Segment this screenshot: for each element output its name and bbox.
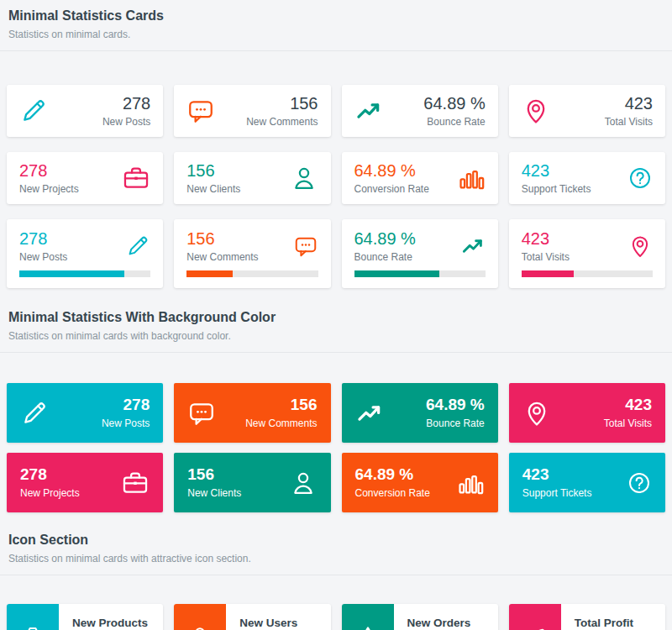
money-icon — [522, 624, 548, 630]
icon-stat-card-new-products: New Products 28 — [7, 604, 163, 630]
icon-stat-card-total-profit: Total Profit 5.6 M — [509, 604, 665, 630]
stat-text: 64.89 % Conversion Rate — [355, 466, 430, 499]
pencil-icon — [125, 234, 150, 259]
basket-icon-tile — [342, 604, 394, 630]
progress-track — [522, 270, 653, 277]
stat-label: New Clients — [187, 487, 241, 499]
stat-value: 278 — [102, 396, 150, 414]
stat-text: 278 New Posts — [102, 94, 150, 128]
stat-card-new-clients: 156 New Clients — [174, 152, 330, 204]
stat-label: Support Tickets — [522, 487, 592, 499]
camera-icon-tile — [7, 604, 59, 630]
stat-text: 64.89 % Bounce Rate — [426, 396, 485, 429]
person-icon — [290, 164, 318, 192]
progress-fill — [522, 270, 575, 277]
dashboard-content: Minimal Statistics Cards Statistics on m… — [0, 8, 672, 630]
stat-text: New Orders 4,65,879 — [394, 604, 485, 630]
stat-text: 64.89 % Conversion Rate — [354, 161, 429, 195]
stat-label: Support Tickets — [522, 183, 591, 195]
progress-track — [19, 270, 150, 277]
map-pin-icon — [627, 234, 653, 259]
stat-value: 156 — [245, 396, 317, 414]
progress-fill — [19, 270, 124, 277]
section-divider — [0, 352, 672, 353]
bg-stat-card-new-posts: 278 New Posts — [7, 383, 163, 443]
stat-label: New Posts — [102, 417, 150, 429]
stat-value: 423 — [604, 396, 652, 414]
stat-label: New Users — [239, 617, 297, 629]
stat-card-new-posts-progress: 278 New Posts — [7, 219, 163, 288]
stat-text: 278 New Projects — [20, 466, 80, 499]
stat-value: 156 — [186, 161, 240, 180]
stat-text: 156 New Comments — [246, 94, 318, 128]
stat-card-new-projects: 278 New Projects — [7, 152, 163, 204]
icon-stat-card-new-users: New Users 1,22,356 — [174, 604, 330, 630]
trend-up-icon — [355, 399, 384, 428]
section-subtitle-background: Statistics on minimal cards with backgro… — [8, 330, 664, 342]
section-divider — [0, 50, 672, 51]
stat-text: 423 Total Visits — [604, 396, 652, 429]
bg-stat-card-new-clients: 156 New Clients — [174, 453, 330, 512]
camera-icon — [20, 624, 45, 630]
person-icon — [289, 469, 318, 497]
stat-card-new-posts: 278 New Posts — [7, 85, 163, 137]
briefcase-icon — [121, 469, 150, 497]
stat-label: New Projects — [20, 487, 80, 499]
bg-stat-card-conversion-rate: 64.89 % Conversion Rate — [342, 453, 498, 512]
progress-track — [354, 270, 486, 277]
stat-label: Bounce Rate — [426, 417, 485, 429]
stat-top: 278 New Posts — [19, 229, 150, 263]
stat-label: Total Visits — [604, 417, 652, 429]
bg-stat-row-icon-right: 278 New Projects 156 New Clients 64.89 %… — [7, 453, 665, 512]
stat-label: New Products — [72, 617, 148, 629]
bar-chart-icon — [456, 469, 485, 497]
question-icon — [627, 470, 652, 496]
stat-card-total-visits: 423 Total Visits — [509, 85, 665, 137]
stat-text: 278 New Posts — [102, 396, 150, 429]
stat-card-bounce-rate-progress: 64.89 % Bounce Rate — [342, 219, 498, 288]
stat-label: New Posts — [19, 251, 67, 263]
stat-label: Total Visits — [522, 251, 570, 263]
basket-icon — [355, 624, 381, 630]
progress-track — [186, 270, 318, 277]
briefcase-icon — [122, 164, 150, 192]
map-pin-icon — [522, 399, 551, 428]
pencil-icon — [19, 97, 48, 125]
stat-row-icon-right: 278 New Projects 156 New Clients 64.89 %… — [7, 152, 665, 204]
stat-value: 423 — [522, 161, 591, 180]
stat-label: New Comments — [186, 251, 258, 263]
trend-up-icon — [460, 234, 486, 259]
stat-card-conversion-rate: 64.89 % Conversion Rate — [342, 152, 498, 204]
icon-stat-row: New Products 28 New Users 1,22,356 New O… — [7, 604, 665, 630]
stat-label: Conversion Rate — [354, 183, 429, 195]
stat-card-support-tickets: 423 Support Tickets — [509, 152, 665, 204]
stat-value: 64.89 % — [354, 229, 416, 248]
stat-label: New Clients — [186, 183, 240, 195]
stat-value: 278 — [20, 466, 80, 484]
section-title-background: Minimal Statistics With Background Color — [8, 310, 664, 325]
bg-stat-card-bounce-rate: 64.89 % Bounce Rate — [342, 383, 498, 443]
map-pin-icon — [522, 97, 550, 125]
stat-text: 423 Total Visits — [522, 229, 570, 263]
stat-row-progress: 278 New Posts 156 New Comments — [7, 219, 665, 288]
stat-value: 156 — [187, 466, 241, 484]
stat-value: 64.89 % — [354, 161, 429, 180]
stat-label: New Orders — [407, 617, 471, 629]
comment-icon — [293, 234, 318, 259]
stat-card-new-comments: 156 New Comments — [174, 85, 330, 137]
stat-text: 64.89 % Bounce Rate — [354, 229, 416, 263]
section-title-icon: Icon Section — [8, 533, 664, 548]
stat-text: 423 Total Visits — [605, 94, 653, 128]
stat-text: 64.89 % Bounce Rate — [423, 94, 485, 128]
stat-label: New Posts — [102, 116, 150, 128]
stat-row-icon-left: 278 New Posts 156 New Comments 64.89 % B… — [7, 85, 665, 137]
stat-card-total-visits-progress: 423 Total Visits — [509, 219, 665, 288]
stat-value: 156 — [186, 229, 258, 248]
stat-value: 64.89 % — [355, 466, 430, 484]
stat-value: 423 — [605, 94, 653, 113]
stat-label: Bounce Rate — [354, 251, 416, 263]
bar-chart-icon — [457, 164, 486, 192]
bg-stat-card-support-tickets: 423 Support Tickets — [509, 453, 665, 512]
trend-up-icon — [354, 97, 383, 125]
section-title-minimal: Minimal Statistics Cards — [8, 8, 664, 24]
